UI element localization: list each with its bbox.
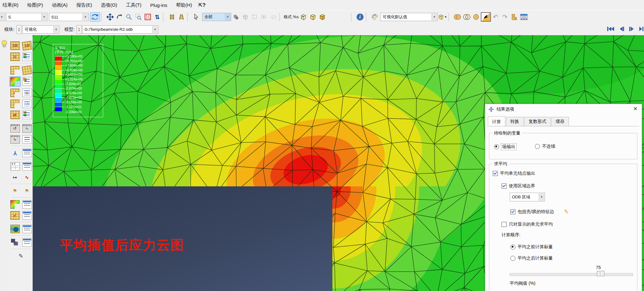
edit-display-group-button[interactable]: [462, 13, 471, 21]
checkbox-average-element-output[interactable]: 平均单元结点输出: [493, 171, 535, 176]
checkbox-only-displayed[interactable]: 只对显示的单元求平均: [502, 222, 553, 227]
stream-options-icon[interactable]: [22, 224, 32, 234]
field-output-combo[interactable]: S▼: [6, 13, 47, 21]
orientation-options-icon[interactable]: →: [22, 99, 32, 109]
xy-data-points-icon[interactable]: ∿: [22, 173, 32, 182]
plot-orientation-icon[interactable]: →: [10, 99, 20, 109]
menu-item-5[interactable]: 工具(T): [122, 1, 146, 9]
module-spinner[interactable]: ▲▼: [16, 25, 22, 34]
render-shaded-button[interactable]: [318, 13, 327, 21]
remove-selected-tool-button[interactable]: [481, 12, 491, 22]
allow-multiple-plot-states-icon[interactable]: ⇄: [10, 110, 20, 120]
color-style-combo[interactable]: 可视化默认值▼: [380, 13, 438, 21]
view-cut-options-icon[interactable]: [22, 200, 32, 209]
spectrum-manager-icon[interactable]: [22, 52, 32, 62]
xy-data-manager-icon[interactable]: [10, 162, 20, 171]
dialog-title-bar[interactable]: 结果选项 ×: [485, 104, 642, 115]
triad-options-icon[interactable]: [22, 148, 32, 158]
module-combo[interactable]: 可视化▼: [22, 25, 59, 34]
edit-pencil-icon[interactable]: ✎: [563, 208, 569, 215]
threshold-slider[interactable]: [510, 273, 633, 276]
mini-combo[interactable]: ▼: [0, 13, 5, 21]
query-info-button[interactable]: i: [355, 13, 365, 21]
select-nodes-button[interactable]: [259, 13, 269, 21]
select-tool-button[interactable]: [192, 13, 201, 21]
fit-view-button[interactable]: [143, 13, 153, 21]
box-zoom-button[interactable]: [134, 13, 143, 21]
select-box-button[interactable]: [241, 13, 250, 21]
checkbox-include-shell-edges[interactable]: 包括壳/膜的特征边 ✎: [510, 208, 569, 215]
animate-scale-factor-icon[interactable]: ∿: [22, 124, 32, 133]
radio-compute-before[interactable]: 平均之前计算标量: [510, 244, 553, 250]
radio-discontinuity[interactable]: 不连续: [535, 144, 555, 149]
rotate-view-button[interactable]: [115, 13, 124, 21]
lightbulb-icon[interactable]: [1, 40, 7, 47]
plot-state-options-icon[interactable]: [22, 110, 32, 120]
dialog-tab-3[interactable]: 缓存: [551, 117, 569, 126]
dialog-tab-1[interactable]: 转换: [506, 117, 524, 126]
plot-deformed-icon[interactable]: [22, 65, 32, 75]
perspective-off-button[interactable]: [167, 13, 177, 21]
menu-item-6[interactable]: Plug-ins: [146, 1, 172, 9]
create-field-output-icon[interactable]: ⚑: [10, 186, 20, 196]
field-output-from-frames-icon[interactable]: ⚑: [22, 186, 32, 196]
stream-plot-icon[interactable]: [10, 224, 20, 234]
checkbox-use-region-boundaries[interactable]: 使用区域边界: [502, 183, 535, 189]
menu-item-3[interactable]: 报告(E): [72, 1, 97, 9]
dialog-tab-2[interactable]: 复数形式: [524, 117, 551, 126]
menu-item-0[interactable]: 结果(R): [0, 1, 23, 9]
perspective-on-button[interactable]: [177, 13, 186, 21]
close-icon[interactable]: ×: [633, 105, 637, 113]
select-rectangle-button[interactable]: [250, 13, 259, 21]
overlay-frames-icon[interactable]: ⇄: [10, 238, 20, 247]
dialog-tab-0[interactable]: 计算: [488, 116, 505, 126]
region-boundaries-combo[interactable]: ODB 区域▼: [510, 193, 545, 201]
redo-button[interactable]: ↷: [500, 13, 510, 21]
menu-item-7[interactable]: 帮助(H): [172, 1, 197, 9]
cycle-views-button[interactable]: ⇅: [153, 13, 162, 21]
probe-values-icon[interactable]: ↙: [10, 211, 20, 220]
contour-options-icon[interactable]: [22, 76, 33, 86]
job-monitor-button[interactable]: [519, 13, 529, 21]
plot-element-numbers-icon[interactable]: 123: [22, 41, 32, 51]
render-hidden-button[interactable]: [308, 13, 318, 21]
viewport-blocks-button[interactable]: [510, 13, 519, 21]
create-display-group-button[interactable]: [452, 13, 462, 21]
create-path-icon[interactable]: ↦: [10, 173, 20, 182]
undo-button[interactable]: ↶: [491, 13, 500, 21]
probe-options-icon[interactable]: [22, 211, 32, 220]
apply-field-output-button[interactable]: [90, 12, 100, 22]
animation-options-icon[interactable]: [22, 135, 32, 144]
select-freehand-button[interactable]: [269, 13, 278, 21]
model-spinner[interactable]: ▲▼: [76, 25, 82, 34]
animate-time-history-icon[interactable]: ↺: [10, 124, 20, 133]
magnify-view-button[interactable]: [124, 13, 134, 21]
plot-undeformed-icon[interactable]: [10, 65, 20, 75]
color-code-button[interactable]: [370, 13, 380, 21]
select-entities-button[interactable]: [231, 13, 241, 21]
plot-symbols-icon[interactable]: ∗: [10, 88, 20, 98]
view-cut-icon[interactable]: [10, 200, 20, 209]
selection-scope-combo[interactable]: 全部▼: [202, 13, 231, 21]
replace-display-group-button[interactable]: [471, 13, 481, 21]
plot-node-numbers-icon[interactable]: 123: [10, 41, 20, 51]
free-body-brush-icon[interactable]: ✎: [16, 251, 26, 261]
component-combo[interactable]: S11▼: [49, 13, 89, 21]
threshold-slider-thumb[interactable]: [597, 271, 604, 276]
animate-harmonic-icon[interactable]: ∿: [10, 135, 20, 144]
model-combo[interactable]: G:/Temp/beamrole-R2.odb▼: [82, 25, 158, 34]
first-frame-button[interactable]: [607, 26, 614, 33]
menu-item-1[interactable]: 绘图(P): [23, 1, 47, 9]
plot-contour-icon[interactable]: [9, 76, 21, 87]
menu-item-4[interactable]: 选项(O): [97, 1, 122, 9]
previous-frame-button[interactable]: [619, 26, 625, 33]
render-wireframe-button[interactable]: [299, 13, 308, 21]
pan-view-button[interactable]: [105, 13, 115, 21]
view-triad-icon[interactable]: Y: [10, 148, 20, 158]
context-help-icon[interactable]: ⇱?: [198, 2, 206, 8]
overlay-options-icon[interactable]: [22, 238, 32, 247]
next-frame-button[interactable]: [629, 26, 635, 33]
deformed-variable-icon[interactable]: ⟩⟨: [10, 52, 20, 62]
last-frame-button[interactable]: [639, 26, 643, 33]
menu-item-2[interactable]: 动画(A): [47, 1, 72, 9]
